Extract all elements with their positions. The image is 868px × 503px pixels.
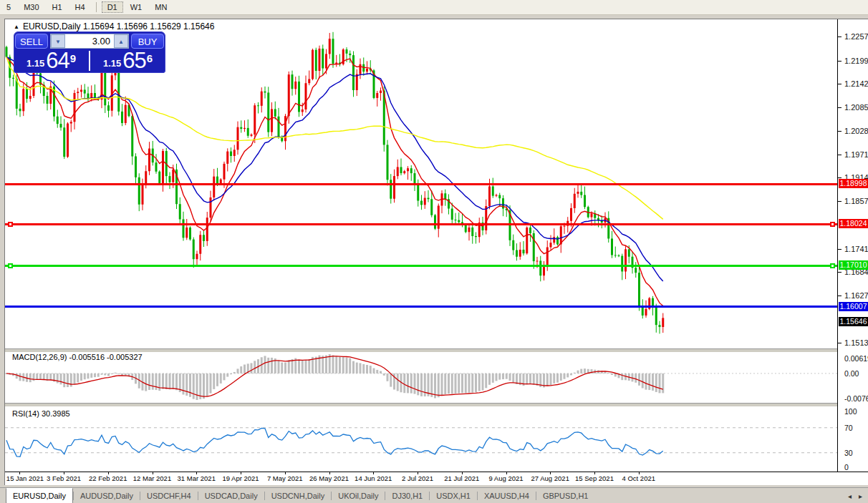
chart-title-text: EURUSD,Daily 1.15694 1.15696 1.15629 1.1… xyxy=(23,21,215,31)
hline-1.18998[interactable] xyxy=(5,183,837,185)
hline-1.18024[interactable] xyxy=(5,223,837,225)
timeframe-m30-button[interactable]: M30 xyxy=(18,1,44,13)
sell-price-pips: 64 xyxy=(46,50,69,71)
rsi-plot[interactable] xyxy=(5,406,837,472)
volume-spinner: ▼ 3.00 ▲ xyxy=(50,34,129,49)
sell-price[interactable]: 1.15 64 9 xyxy=(14,49,89,72)
price-badge-1.15646: 1.15646 xyxy=(839,317,868,326)
rsi-indicator-label: RSI(14) 30.3985 xyxy=(12,409,70,418)
price-axis-label: 1.22575 xyxy=(844,32,868,41)
time-axis-label: 4 Oct 2021 xyxy=(622,474,655,482)
rsi-axis-100: 100 xyxy=(844,407,857,416)
tab-scroll-right-icon[interactable]: ▸ xyxy=(859,492,862,500)
price-axis-tick xyxy=(838,84,842,84)
timeframe-m5-button[interactable]: 5 xyxy=(1,1,16,13)
macd-axis-max: 0.006193 xyxy=(844,354,868,363)
hline-handle[interactable] xyxy=(830,263,835,268)
price-axis-label: 1.17415 xyxy=(844,245,868,253)
timeframe-w1-button[interactable]: W1 xyxy=(125,1,148,13)
price-badge-1.17010: 1.17010 xyxy=(839,260,868,270)
chart-title: ▲EURUSD,Daily 1.15694 1.15696 1.15629 1.… xyxy=(14,21,214,31)
time-axis-label: 3 Feb 2021 xyxy=(47,474,81,482)
rsi-axis-30: 30 xyxy=(844,449,853,457)
chart-tab-bar: EURUSD,DailyAUDUSD,DailyUSDCHF,H4USDCAD,… xyxy=(0,487,868,503)
rsi-axis-70: 70 xyxy=(844,424,853,432)
time-axis-label: 31 Mar 2021 xyxy=(178,474,216,482)
time-axis-label: 9 Aug 2021 xyxy=(488,474,523,482)
mt4-window: 5 M30 H1 H4 D1 W1 MN ▲EURUSD,Daily 1.156… xyxy=(0,0,868,503)
time-axis-label: 14 Jun 2021 xyxy=(355,474,392,482)
macd-indicator-label: MACD(12,26,9) -0.005516 -0.005327 xyxy=(12,353,143,361)
volume-increase-icon[interactable]: ▲ xyxy=(114,34,128,48)
time-axis-label: 26 May 2021 xyxy=(309,474,349,482)
price-axis-tick xyxy=(838,272,842,273)
price-badge-1.16007: 1.16007 xyxy=(839,302,868,311)
timeframe-h1-button[interactable]: H1 xyxy=(47,1,68,13)
tab-scroll-left-icon[interactable]: ◂ xyxy=(848,492,852,500)
timeframe-mn-button[interactable]: MN xyxy=(149,1,173,13)
chart-tab-usdchf[interactable]: USDCHF,H4 xyxy=(140,488,198,503)
time-axis-label: 15 Jan 2021 xyxy=(6,474,44,482)
price-axis-tick xyxy=(838,249,842,250)
sell-button[interactable]: SELL xyxy=(15,34,48,49)
price-badge-1.18024: 1.18024 xyxy=(839,219,868,228)
time-axis-label: 12 Mar 2021 xyxy=(133,474,171,482)
chart-tab-ukoil[interactable]: UKOil,Daily xyxy=(332,488,385,503)
price-badge-1.18998: 1.18998 xyxy=(839,179,868,188)
toolbar-separator xyxy=(96,2,97,12)
chart-tab-usdcnh[interactable]: USDCNH,Daily xyxy=(265,488,332,503)
price-axis-tick xyxy=(838,61,842,62)
time-axis-label: 2 Jul 2021 xyxy=(402,474,433,482)
volume-decrease-icon[interactable]: ▼ xyxy=(51,34,65,48)
chart-tab-eurusd[interactable]: EURUSD,Daily xyxy=(6,488,73,503)
price-axis-label: 1.21420 xyxy=(844,79,868,88)
chart-tab-usdcad[interactable]: USDCAD,Daily xyxy=(198,488,264,503)
price-axis-tick xyxy=(838,107,842,108)
sell-price-figure: 1.15 xyxy=(26,57,44,71)
timeframe-h4-button[interactable]: H4 xyxy=(69,1,91,13)
price-axis-label: 1.18570 xyxy=(844,197,868,205)
price-axis-label: 1.20850 xyxy=(844,103,868,112)
price-axis-tick xyxy=(838,201,842,202)
price-axis-label: 1.15135 xyxy=(844,338,868,347)
sell-price-point: 9 xyxy=(70,54,76,63)
timeframe-d1-button[interactable]: D1 xyxy=(102,1,123,13)
hline-1.16007[interactable] xyxy=(5,306,837,308)
one-click-trading-widget: SELL ▼ 3.00 ▲ BUY 1.15 64 9 1.15 65 xyxy=(14,31,165,73)
buy-price[interactable]: 1.15 65 6 xyxy=(90,49,165,72)
hline-1.1701[interactable] xyxy=(5,265,837,267)
price-axis[interactable]: 1.225751.219901.214201.208501.202801.197… xyxy=(838,19,868,472)
price-axis-label: 1.21990 xyxy=(844,57,868,65)
price-axis-label: 1.16275 xyxy=(844,291,868,300)
price-axis-tick xyxy=(838,296,842,296)
price-axis-label: 1.19710 xyxy=(844,150,868,159)
chart-tab-dj30[interactable]: DJ30,H1 xyxy=(385,488,429,503)
volume-input[interactable]: 3.00 xyxy=(65,34,114,48)
chart-tab-gbpusd[interactable]: GBPUSD,H1 xyxy=(536,488,595,503)
chart-window: ▲EURUSD,Daily 1.15694 1.15696 1.15629 1.… xyxy=(4,19,868,485)
time-axis-label: 22 Feb 2021 xyxy=(89,474,127,482)
macd-axis-zero: 0.00 xyxy=(844,369,859,378)
time-axis-label: 19 Apr 2021 xyxy=(222,474,259,482)
panel-separator[interactable] xyxy=(5,403,868,407)
timeframe-toolbar: 5 M30 H1 H4 D1 W1 MN xyxy=(0,0,868,15)
hline-handle[interactable] xyxy=(8,222,13,227)
price-axis-tick xyxy=(838,131,842,132)
chart-tab-audusd[interactable]: AUDUSD,Daily xyxy=(74,488,140,503)
chart-tab-usdx[interactable]: USDX,H1 xyxy=(430,488,477,503)
buy-price-figure: 1.15 xyxy=(103,57,121,71)
hline-handle[interactable] xyxy=(830,222,835,227)
chart-tab-xauusd[interactable]: XAUUSD,H4 xyxy=(478,488,536,503)
rsi-axis-0: 0 xyxy=(844,463,849,472)
hline-handle[interactable] xyxy=(8,263,13,268)
buy-price-point: 6 xyxy=(147,54,153,63)
collapse-arrow-icon[interactable]: ▲ xyxy=(14,24,19,30)
macd-axis-min: -0.007621 xyxy=(844,394,868,403)
buy-button[interactable]: BUY xyxy=(131,34,164,49)
time-axis-label: 7 May 2021 xyxy=(267,474,303,482)
time-axis[interactable]: 15 Jan 20213 Feb 202122 Feb 202112 Mar 2… xyxy=(5,472,868,485)
buy-price-pips: 65 xyxy=(122,50,145,71)
price-axis-tick xyxy=(838,343,842,343)
price-axis-tick xyxy=(838,36,842,37)
time-axis-label: 15 Sep 2021 xyxy=(575,474,614,482)
